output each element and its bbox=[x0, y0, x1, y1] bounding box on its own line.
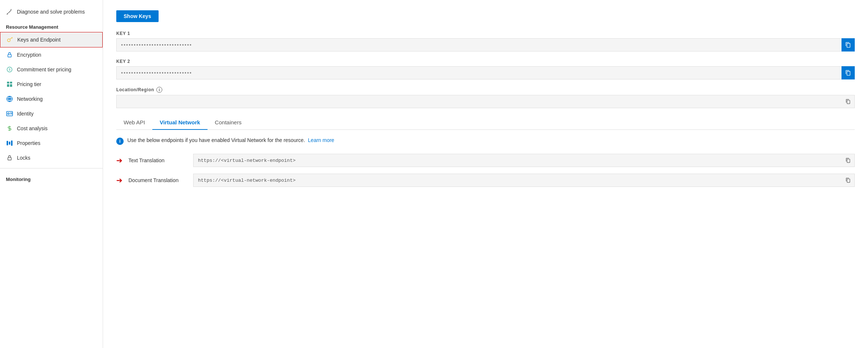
svg-rect-16 bbox=[9, 142, 10, 145]
svg-point-12 bbox=[8, 113, 10, 115]
key2-input[interactable] bbox=[116, 66, 842, 79]
svg-rect-8 bbox=[7, 84, 9, 87]
circle-dollar-icon: $ bbox=[6, 66, 13, 73]
document-translation-arrow-icon: ➔ bbox=[116, 176, 123, 185]
svg-point-0 bbox=[7, 39, 10, 42]
tab-web-api[interactable]: Web API bbox=[116, 116, 152, 130]
svg-rect-17 bbox=[11, 141, 13, 146]
lock2-icon bbox=[6, 154, 13, 161]
text-translation-copy-button[interactable] bbox=[842, 154, 855, 167]
sidebar-divider bbox=[0, 168, 103, 168]
learn-more-link[interactable]: Learn more bbox=[308, 137, 334, 143]
sidebar-item-properties[interactable]: Properties bbox=[0, 136, 103, 150]
sidebar-item-identity[interactable]: Identity bbox=[0, 106, 103, 121]
document-translation-input-row bbox=[193, 174, 855, 187]
sidebar-item-networking[interactable]: Networking bbox=[0, 92, 103, 106]
key1-row bbox=[116, 38, 855, 52]
svg-rect-15 bbox=[7, 141, 8, 145]
diagnose-label: Diagnose and solve problems bbox=[17, 9, 85, 15]
document-translation-copy-button[interactable] bbox=[842, 174, 855, 187]
sidebar-item-encryption[interactable]: Encryption bbox=[0, 47, 103, 62]
key1-label: KEY 1 bbox=[116, 31, 855, 36]
document-translation-input[interactable] bbox=[193, 174, 842, 187]
sidebar-item-diagnose[interactable]: Diagnose and solve problems bbox=[0, 4, 103, 19]
dollar-icon bbox=[6, 125, 13, 132]
document-translation-row: ➔ Document Translation bbox=[116, 174, 855, 187]
bars-icon bbox=[6, 139, 13, 147]
key1-input[interactable] bbox=[116, 38, 842, 52]
text-translation-input-row bbox=[193, 154, 855, 167]
svg-rect-7 bbox=[10, 82, 12, 84]
tab-containers[interactable]: Containers bbox=[208, 116, 249, 130]
info-banner-icon: i bbox=[116, 138, 124, 145]
key2-label: KEY 2 bbox=[116, 59, 855, 64]
svg-rect-3 bbox=[8, 54, 11, 57]
properties-label: Properties bbox=[17, 140, 40, 146]
wrench-icon bbox=[6, 8, 13, 15]
document-translation-label: Document Translation bbox=[128, 177, 187, 183]
resource-management-heading: Resource Management bbox=[0, 19, 103, 32]
text-translation-label: Text Translation bbox=[128, 157, 187, 163]
tab-virtual-network[interactable]: Virtual Network bbox=[152, 116, 208, 130]
main-content: Show Keys KEY 1 KEY 2 Location/Region i … bbox=[103, 0, 868, 348]
text-translation-arrow-icon: ➔ bbox=[116, 156, 123, 165]
location-info-icon: i bbox=[156, 87, 162, 93]
network-icon bbox=[6, 95, 13, 103]
networking-label: Networking bbox=[17, 96, 43, 102]
svg-rect-9 bbox=[10, 84, 12, 87]
monitoring-heading: Monitoring bbox=[0, 171, 103, 184]
sidebar-item-locks[interactable]: Locks bbox=[0, 150, 103, 165]
keys-endpoint-label: Keys and Endpoint bbox=[17, 37, 61, 43]
sidebar-item-commitment-tier[interactable]: $ Commitment tier pricing bbox=[0, 62, 103, 77]
encryption-label: Encryption bbox=[17, 52, 41, 58]
commitment-tier-label: Commitment tier pricing bbox=[17, 67, 71, 72]
svg-line-2 bbox=[12, 38, 13, 39]
pricing-tier-label: Pricing tier bbox=[17, 81, 41, 87]
id-card-icon bbox=[6, 110, 13, 117]
key-icon bbox=[6, 36, 14, 43]
endpoint-tabs: Web API Virtual Network Containers bbox=[116, 116, 855, 130]
key2-copy-button[interactable] bbox=[842, 66, 855, 79]
key1-copy-button[interactable] bbox=[842, 38, 855, 52]
sidebar: Diagnose and solve problems Resource Man… bbox=[0, 0, 103, 348]
location-label: Location/Region bbox=[116, 87, 154, 92]
grid-icon bbox=[6, 81, 13, 88]
svg-rect-18 bbox=[8, 157, 11, 160]
location-input[interactable] bbox=[116, 95, 842, 108]
location-row bbox=[116, 95, 855, 108]
info-banner-text: Use the below endpoints if you have enab… bbox=[127, 137, 334, 143]
locks-label: Locks bbox=[17, 155, 31, 161]
cost-analysis-label: Cost analysis bbox=[17, 125, 47, 131]
location-copy-button[interactable] bbox=[842, 95, 855, 108]
show-keys-button[interactable]: Show Keys bbox=[116, 10, 159, 22]
key2-row bbox=[116, 66, 855, 79]
text-translation-input[interactable] bbox=[193, 154, 842, 167]
text-translation-row: ➔ Text Translation bbox=[116, 154, 855, 167]
info-banner: i Use the below endpoints if you have en… bbox=[116, 137, 855, 145]
sidebar-item-cost-analysis[interactable]: Cost analysis bbox=[0, 121, 103, 136]
svg-rect-6 bbox=[7, 82, 9, 84]
identity-label: Identity bbox=[17, 111, 33, 117]
svg-text:$: $ bbox=[8, 68, 10, 71]
location-label-row: Location/Region i bbox=[116, 87, 855, 93]
sidebar-item-pricing-tier[interactable]: Pricing tier bbox=[0, 77, 103, 92]
sidebar-item-keys-endpoint[interactable]: Keys and Endpoint bbox=[0, 32, 103, 47]
lock-icon bbox=[6, 51, 13, 58]
